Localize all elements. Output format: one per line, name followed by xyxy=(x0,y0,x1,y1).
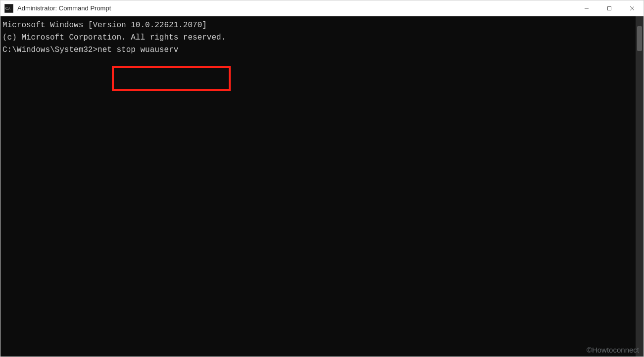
titlebar[interactable]: C:\ Administrator: Command Prompt xyxy=(0,0,644,16)
cmd-window: C:\ Administrator: Command Prompt Micros… xyxy=(0,0,644,357)
terminal-command: net stop wuauserv xyxy=(98,45,178,54)
minimize-button[interactable] xyxy=(575,0,598,16)
terminal-output[interactable]: Microsoft Windows [Version 10.0.22621.20… xyxy=(0,16,636,357)
cmd-icon: C:\ xyxy=(4,4,13,13)
window-title: Administrator: Command Prompt xyxy=(17,4,111,12)
terminal-prompt-line: C:\Windows\System32>net stop wuauserv xyxy=(2,44,634,56)
terminal-line: Microsoft Windows [Version 10.0.22621.20… xyxy=(2,19,634,32)
svg-text:C:\: C:\ xyxy=(5,6,11,11)
terminal-area: Microsoft Windows [Version 10.0.22621.20… xyxy=(0,16,644,357)
command-highlight-box xyxy=(112,66,231,91)
scrollbar-thumb[interactable] xyxy=(637,26,642,51)
terminal-line: (c) Microsoft Corporation. All rights re… xyxy=(2,32,634,44)
close-button[interactable] xyxy=(621,0,644,16)
maximize-button[interactable] xyxy=(598,0,621,16)
window-controls xyxy=(575,0,644,16)
svg-rect-3 xyxy=(608,7,611,10)
terminal-prompt: C:\Windows\System32> xyxy=(2,45,98,54)
vertical-scrollbar[interactable] xyxy=(636,16,644,357)
